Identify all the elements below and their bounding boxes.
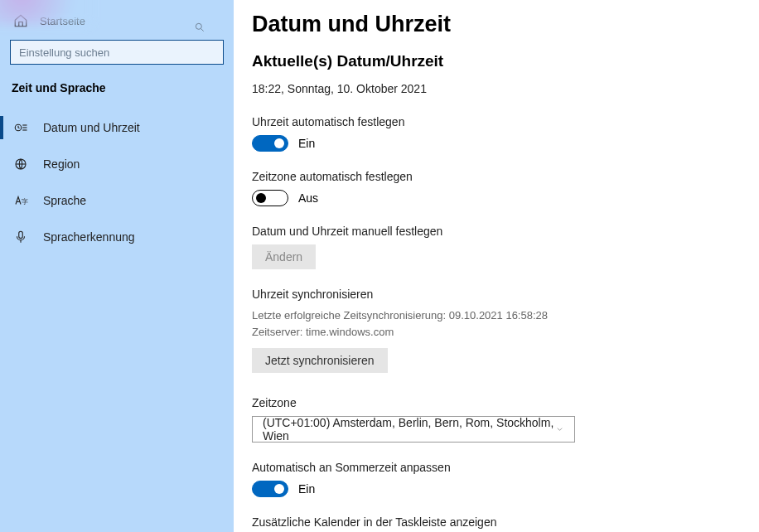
toggle-auto-time[interactable] <box>252 135 288 152</box>
sidebar-item-label: Region <box>43 157 80 171</box>
svg-rect-8 <box>19 231 23 238</box>
search-icon <box>194 22 205 33</box>
setting-auto-time: Uhrzeit automatisch festlegen Ein <box>252 115 734 152</box>
svg-point-0 <box>196 23 201 29</box>
timezone-section: Zeitzone (UTC+01:00) Amsterdam, Berlin, … <box>252 396 734 443</box>
sync-last: Letzte erfolgreiche Zeitsynchronisierung… <box>252 307 734 324</box>
sidebar-item-language[interactable]: 字 Sprache <box>0 182 234 219</box>
setting-label: Zusätzliche Kalender in der Taskleiste a… <box>252 515 734 529</box>
globe-icon <box>13 157 28 172</box>
change-button[interactable]: Ändern <box>252 244 316 269</box>
sync-server: Zeitserver: time.windows.com <box>252 324 734 341</box>
page-title: Datum und Uhrzeit <box>252 12 734 37</box>
section-heading-current: Aktuelle(s) Datum/Uhrzeit <box>252 52 734 70</box>
timezone-value: (UTC+01:00) Amsterdam, Berlin, Bern, Rom… <box>263 416 555 443</box>
language-icon: 字 <box>13 193 28 208</box>
setting-dst: Automatisch an Sommerzeit anpassen Ein <box>252 461 734 497</box>
sidebar-item-label: Spracherkennung <box>43 230 135 244</box>
chevron-down-icon <box>555 424 564 434</box>
setting-label: Uhrzeit automatisch festlegen <box>252 115 734 128</box>
current-datetime: 18:22, Sonntag, 10. Oktober 2021 <box>252 82 734 95</box>
sync-now-button[interactable]: Jetzt synchronisieren <box>252 348 388 373</box>
setting-label: Automatisch an Sommerzeit anpassen <box>252 461 734 474</box>
sidebar-item-label: Sprache <box>43 194 86 207</box>
setting-manual-datetime: Datum und Uhrzeit manuell festlegen Ände… <box>252 225 734 269</box>
toggle-state: Ein <box>298 482 315 496</box>
setting-label: Zeitzone <box>252 396 734 409</box>
clock-text-icon <box>13 120 28 135</box>
sidebar: Startseite Zeit und Sprache Datum und Uh… <box>0 0 234 532</box>
sidebar-item-region[interactable]: Region <box>0 146 234 182</box>
toggle-state: Ein <box>298 137 315 150</box>
extra-calendars-section: Zusätzliche Kalender in der Taskleiste a… <box>252 515 734 532</box>
category-heading: Zeit und Sprache <box>0 76 234 109</box>
microphone-icon <box>13 230 28 244</box>
toggle-state: Aus <box>298 191 318 205</box>
setting-label: Datum und Uhrzeit manuell festlegen <box>252 225 734 238</box>
search-input[interactable] <box>10 40 224 65</box>
svg-line-1 <box>201 29 204 31</box>
sidebar-item-speech[interactable]: Spracherkennung <box>0 219 234 255</box>
sync-section: Uhrzeit synchronisieren Letzte erfolgrei… <box>252 288 734 373</box>
setting-label: Zeitzone automatisch festlegen <box>252 170 734 183</box>
toggle-auto-timezone[interactable] <box>252 190 288 206</box>
timezone-select[interactable]: (UTC+01:00) Amsterdam, Berlin, Bern, Rom… <box>252 416 575 443</box>
sync-heading: Uhrzeit synchronisieren <box>252 288 734 301</box>
sidebar-item-date-time[interactable]: Datum und Uhrzeit <box>0 109 234 146</box>
svg-text:字: 字 <box>22 198 28 206</box>
setting-auto-timezone: Zeitzone automatisch festlegen Aus <box>252 170 734 206</box>
search-wrap <box>10 40 224 65</box>
main-content: Datum und Uhrzeit Aktuelle(s) Datum/Uhrz… <box>234 0 759 532</box>
decorative-blob <box>0 0 91 25</box>
sidebar-item-label: Datum und Uhrzeit <box>43 121 140 134</box>
toggle-dst[interactable] <box>252 481 288 497</box>
